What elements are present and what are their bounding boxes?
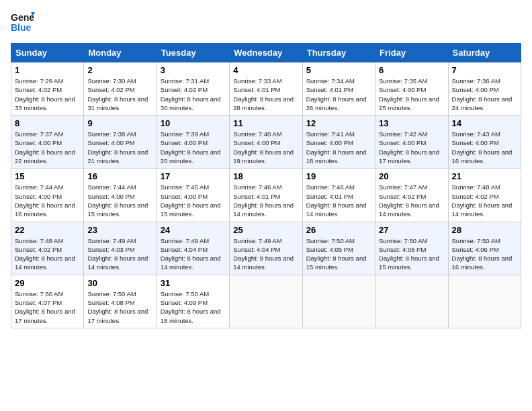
day-number: 21 (452, 171, 517, 181)
day-info: Sunrise: 7:42 AMSunset: 4:00 PMDaylight:… (379, 130, 444, 165)
calendar-cell: 31 Sunrise: 7:50 AMSunset: 4:09 PMDaylig… (157, 275, 229, 328)
calendar-cell: 16 Sunrise: 7:44 AMSunset: 4:00 PMDaylig… (84, 169, 157, 222)
calendar-cell: 21 Sunrise: 7:48 AMSunset: 4:02 PMDaylig… (448, 169, 521, 222)
day-number: 9 (87, 118, 152, 128)
day-number: 18 (233, 171, 298, 181)
day-info: Sunrise: 7:48 AMSunset: 4:02 PMDaylight:… (15, 236, 80, 272)
calendar-cell: 7 Sunrise: 7:36 AMSunset: 4:00 PMDayligh… (448, 62, 521, 116)
calendar-cell: 18 Sunrise: 7:46 AMSunset: 4:01 PMDaylig… (230, 169, 302, 222)
svg-text:Blue: Blue (11, 22, 32, 33)
day-info: Sunrise: 7:44 AMSunset: 4:00 PMDaylight:… (15, 183, 80, 218)
logo-svg: General Blue (11, 11, 35, 35)
day-number: 29 (15, 278, 80, 288)
day-info: Sunrise: 7:35 AMSunset: 4:00 PMDaylight:… (379, 77, 444, 112)
day-info: Sunrise: 7:34 AMSunset: 4:01 PMDaylight:… (306, 77, 371, 112)
calendar-cell: 13 Sunrise: 7:42 AMSunset: 4:00 PMDaylig… (375, 116, 448, 169)
header-saturday: Saturday (448, 44, 521, 62)
day-number: 22 (15, 225, 80, 235)
day-info: Sunrise: 7:49 AMSunset: 4:04 PMDaylight:… (161, 236, 226, 272)
day-info: Sunrise: 7:30 AMSunset: 4:02 PMDaylight:… (87, 77, 152, 112)
day-number: 26 (306, 225, 371, 235)
weekday-header-row: SundayMondayTuesdayWednesdayThursdayFrid… (11, 44, 521, 62)
calendar-cell: 9 Sunrise: 7:38 AMSunset: 4:00 PMDayligh… (84, 116, 157, 169)
day-number: 8 (15, 118, 80, 128)
day-number: 27 (379, 225, 444, 235)
svg-text:General: General (11, 12, 35, 23)
week-row-3: 15 Sunrise: 7:44 AMSunset: 4:00 PMDaylig… (11, 169, 521, 222)
calendar-table: SundayMondayTuesdayWednesdayThursdayFrid… (11, 43, 521, 328)
day-info: Sunrise: 7:36 AMSunset: 4:00 PMDaylight:… (452, 77, 517, 112)
calendar-cell (375, 275, 448, 328)
day-info: Sunrise: 7:31 AMSunset: 4:02 PMDaylight:… (161, 77, 226, 112)
day-number: 10 (161, 118, 226, 128)
day-number: 1 (15, 65, 80, 75)
header-thursday: Thursday (302, 44, 375, 62)
day-info: Sunrise: 7:49 AMSunset: 4:04 PMDaylight:… (233, 236, 298, 272)
day-info: Sunrise: 7:29 AMSunset: 4:02 PMDaylight:… (15, 77, 80, 112)
day-number: 30 (87, 278, 152, 288)
calendar-cell: 22 Sunrise: 7:48 AMSunset: 4:02 PMDaylig… (11, 222, 84, 275)
calendar-cell: 20 Sunrise: 7:47 AMSunset: 4:02 PMDaylig… (375, 169, 448, 222)
day-number: 20 (379, 171, 444, 181)
calendar-cell: 1 Sunrise: 7:29 AMSunset: 4:02 PMDayligh… (11, 62, 84, 116)
day-number: 31 (161, 278, 226, 288)
day-info: Sunrise: 7:44 AMSunset: 4:00 PMDaylight:… (87, 183, 152, 218)
week-row-5: 29 Sunrise: 7:50 AMSunset: 4:07 PMDaylig… (11, 275, 521, 328)
calendar-cell: 26 Sunrise: 7:50 AMSunset: 4:05 PMDaylig… (302, 222, 375, 275)
calendar-cell: 6 Sunrise: 7:35 AMSunset: 4:00 PMDayligh… (375, 62, 448, 116)
header-sunday: Sunday (11, 44, 84, 62)
day-info: Sunrise: 7:50 AMSunset: 4:06 PMDaylight:… (452, 236, 517, 272)
day-info: Sunrise: 7:39 AMSunset: 4:00 PMDaylight:… (161, 130, 226, 165)
header-tuesday: Tuesday (157, 44, 229, 62)
day-info: Sunrise: 7:48 AMSunset: 4:02 PMDaylight:… (452, 183, 517, 218)
header-wednesday: Wednesday (230, 44, 302, 62)
page-header: General Blue (11, 11, 521, 35)
day-info: Sunrise: 7:46 AMSunset: 4:01 PMDaylight:… (306, 183, 371, 218)
day-info: Sunrise: 7:40 AMSunset: 4:00 PMDaylight:… (233, 130, 298, 165)
calendar-cell: 24 Sunrise: 7:49 AMSunset: 4:04 PMDaylig… (157, 222, 229, 275)
week-row-4: 22 Sunrise: 7:48 AMSunset: 4:02 PMDaylig… (11, 222, 521, 275)
calendar-cell: 2 Sunrise: 7:30 AMSunset: 4:02 PMDayligh… (84, 62, 157, 116)
day-info: Sunrise: 7:49 AMSunset: 4:03 PMDaylight:… (87, 236, 152, 272)
day-info: Sunrise: 7:46 AMSunset: 4:01 PMDaylight:… (233, 183, 298, 218)
day-number: 25 (233, 225, 298, 235)
day-info: Sunrise: 7:45 AMSunset: 4:00 PMDaylight:… (161, 183, 226, 218)
week-row-1: 1 Sunrise: 7:29 AMSunset: 4:02 PMDayligh… (11, 62, 521, 116)
day-number: 24 (161, 225, 226, 235)
calendar-cell: 15 Sunrise: 7:44 AMSunset: 4:00 PMDaylig… (11, 169, 84, 222)
week-row-2: 8 Sunrise: 7:37 AMSunset: 4:00 PMDayligh… (11, 116, 521, 169)
day-number: 17 (161, 171, 226, 181)
day-info: Sunrise: 7:50 AMSunset: 4:09 PMDaylight:… (161, 289, 226, 325)
day-number: 4 (233, 65, 298, 75)
calendar-cell: 12 Sunrise: 7:41 AMSunset: 4:00 PMDaylig… (302, 116, 375, 169)
calendar-cell: 4 Sunrise: 7:33 AMSunset: 4:01 PMDayligh… (230, 62, 302, 116)
day-number: 15 (15, 171, 80, 181)
calendar-cell: 30 Sunrise: 7:50 AMSunset: 4:08 PMDaylig… (84, 275, 157, 328)
day-number: 3 (161, 65, 226, 75)
calendar-cell: 25 Sunrise: 7:49 AMSunset: 4:04 PMDaylig… (230, 222, 302, 275)
header-monday: Monday (84, 44, 157, 62)
day-info: Sunrise: 7:38 AMSunset: 4:00 PMDaylight:… (87, 130, 152, 165)
calendar-cell: 5 Sunrise: 7:34 AMSunset: 4:01 PMDayligh… (302, 62, 375, 116)
calendar-cell: 19 Sunrise: 7:46 AMSunset: 4:01 PMDaylig… (302, 169, 375, 222)
calendar-cell: 29 Sunrise: 7:50 AMSunset: 4:07 PMDaylig… (11, 275, 84, 328)
calendar-cell: 23 Sunrise: 7:49 AMSunset: 4:03 PMDaylig… (84, 222, 157, 275)
day-info: Sunrise: 7:50 AMSunset: 4:06 PMDaylight:… (379, 236, 444, 272)
calendar-cell: 8 Sunrise: 7:37 AMSunset: 4:00 PMDayligh… (11, 116, 84, 169)
calendar-cell (448, 275, 521, 328)
day-number: 6 (379, 65, 444, 75)
calendar-cell: 10 Sunrise: 7:39 AMSunset: 4:00 PMDaylig… (157, 116, 229, 169)
day-info: Sunrise: 7:43 AMSunset: 4:00 PMDaylight:… (452, 130, 517, 165)
day-number: 12 (306, 118, 371, 128)
day-number: 16 (87, 171, 152, 181)
day-number: 7 (452, 65, 517, 75)
calendar-cell (230, 275, 302, 328)
day-info: Sunrise: 7:33 AMSunset: 4:01 PMDaylight:… (233, 77, 298, 112)
day-number: 5 (306, 65, 371, 75)
calendar-cell: 14 Sunrise: 7:43 AMSunset: 4:00 PMDaylig… (448, 116, 521, 169)
day-info: Sunrise: 7:47 AMSunset: 4:02 PMDaylight:… (379, 183, 444, 218)
logo: General Blue (11, 11, 35, 35)
day-number: 19 (306, 171, 371, 181)
calendar-cell: 11 Sunrise: 7:40 AMSunset: 4:00 PMDaylig… (230, 116, 302, 169)
day-info: Sunrise: 7:50 AMSunset: 4:07 PMDaylight:… (15, 289, 80, 325)
